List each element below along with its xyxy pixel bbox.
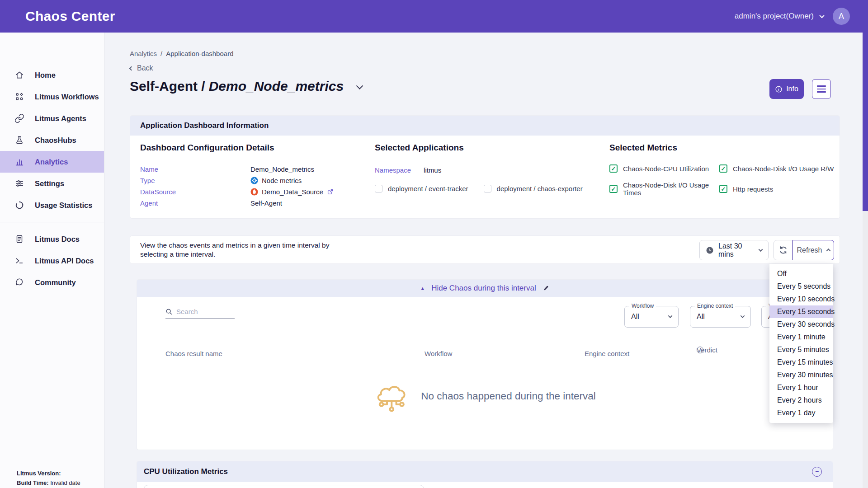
dashboard-info-panel: Application Dashboard Information Dashbo… — [130, 115, 840, 219]
empty-state: No chaos happened during the interval — [137, 380, 833, 413]
breadcrumb: Analytics / Application-dashboard — [130, 50, 233, 57]
engine-context-filter-select[interactable]: Engine context All — [690, 306, 751, 328]
node-metrics-icon — [250, 177, 258, 184]
sidebar-item-label: Litmus API Docs — [35, 257, 94, 265]
project-switcher[interactable]: admin's project(Owner) — [735, 12, 824, 21]
sidebar-item-usage-statistics[interactable]: Usage Statistics — [0, 194, 104, 216]
flask-icon — [14, 135, 25, 145]
sidebar-item-litmus-agents[interactable]: Litmus Agents — [0, 108, 104, 129]
workflows-icon — [14, 91, 25, 102]
checkbox-unchecked[interactable] — [484, 185, 491, 192]
sidebar-item-label: Home — [35, 71, 56, 80]
checkbox-checked[interactable]: ✓ — [719, 164, 727, 173]
metric-checkbox-http: ✓ Http requests — [719, 181, 834, 197]
sidebar-item-litmus-docs[interactable]: Litmus Docs — [0, 228, 104, 250]
chevron-down-icon — [819, 13, 824, 18]
workflow-filter-select[interactable]: Workflow All — [624, 306, 679, 328]
search-icon — [165, 308, 173, 315]
sidebar-item-label: ChaosHubs — [35, 136, 76, 145]
chaos-events-panel: ▲ Hide Chaos during this interval Workfl… — [137, 279, 833, 450]
menu-item-every-30-seconds[interactable]: Every 30 seconds — [769, 318, 833, 331]
menu-item-every-1-minute[interactable]: Every 1 minute — [769, 331, 833, 343]
chevron-down-icon — [759, 247, 763, 252]
sidebar-item-chaoshubs[interactable]: ChaosHubs — [0, 129, 104, 151]
menu-item-every-5-minutes[interactable]: Every 5 minutes — [769, 343, 833, 356]
checkbox-checked[interactable]: ✓ — [719, 185, 727, 193]
menu-item-every-10-seconds[interactable]: Every 10 seconds — [769, 293, 833, 305]
info-icon — [775, 85, 783, 93]
time-range-select[interactable]: Last 30 mins — [699, 240, 769, 260]
main-content: Analytics / Application-dashboard Back S… — [104, 33, 868, 488]
back-button[interactable]: Back — [130, 64, 153, 72]
sidebar-item-label: Litmus Agents — [35, 114, 86, 123]
dashboard-name: Demo_Node_metrics — [209, 79, 344, 94]
refresh-now-button[interactable] — [774, 240, 793, 260]
config-section-title: Dashboard Configuration Details — [140, 143, 334, 153]
loader-circle-icon — [14, 200, 25, 211]
chaos-cloud-icon — [374, 380, 411, 413]
home-icon — [14, 70, 25, 80]
menu-item-every-1-day[interactable]: Every 1 day — [769, 407, 833, 419]
title-dropdown-chevron-icon[interactable] — [356, 82, 363, 89]
sidebar-item-community[interactable]: Community — [0, 272, 104, 293]
hamburger-icon — [817, 85, 826, 86]
sidebar-item-label: Settings — [35, 179, 64, 188]
bar-chart-icon — [14, 156, 25, 167]
prometheus-icon — [250, 188, 258, 196]
edit-pencil-icon[interactable] — [542, 285, 550, 292]
sidebar-item-litmus-workflows[interactable]: Litmus Workflows — [0, 86, 104, 108]
metric-checkbox-disk-times: ✓ Chaos-Node-Disk I/O Usage Times — [609, 181, 719, 197]
column-engine-context: Engine context — [585, 350, 629, 357]
project-name: admin's project(Owner) — [735, 12, 814, 21]
collapse-minus-button[interactable]: − — [812, 467, 822, 477]
app-title: Chaos Center — [25, 9, 115, 24]
avatar[interactable]: A — [833, 8, 850, 25]
verdict-info-icon[interactable]: i — [697, 347, 703, 353]
menu-item-every-15-minutes[interactable]: Every 15 minutes — [769, 356, 833, 369]
collapse-caret-icon[interactable]: ▲ — [420, 286, 425, 291]
scrollbar-thumb[interactable] — [863, 33, 868, 211]
info-button[interactable]: Info — [769, 79, 804, 99]
panel-title: Application Dashboard Information — [140, 121, 269, 130]
chat-icon — [14, 277, 25, 288]
table-header-row: Chaos result name Workflow Engine contex… — [137, 350, 833, 359]
agent-name: Self-Agent / — [130, 79, 205, 94]
menu-item-every-15-seconds[interactable]: Every 15 seconds — [769, 305, 833, 318]
refresh-icon — [778, 245, 788, 255]
sidebar-item-home[interactable]: Home — [0, 64, 104, 86]
search-field — [165, 308, 235, 319]
column-workflow: Workflow — [425, 350, 452, 357]
sidebar-item-litmus-api-docs[interactable]: Litmus API Docs — [0, 250, 104, 272]
metric-checkbox-cpu: ✓ Chaos-Node-CPU Utilization — [609, 164, 719, 173]
sidebar-item-label: Litmus Workflows — [35, 93, 99, 101]
menu-item-off[interactable]: Off — [769, 267, 833, 280]
sidebar-item-analytics[interactable]: Analytics — [0, 151, 104, 173]
menu-item-every-5-seconds[interactable]: Every 5 seconds — [769, 280, 833, 293]
sidebar-item-settings[interactable]: Settings — [0, 173, 104, 194]
interval-description: View the chaos events and metrics in a g… — [140, 241, 357, 259]
hide-chaos-toggle[interactable]: Hide Chaos during this interval — [431, 284, 536, 293]
options-menu-button[interactable] — [812, 79, 831, 99]
refresh-rate-button[interactable]: Refresh — [793, 240, 834, 260]
checkbox-unchecked[interactable] — [375, 185, 382, 192]
external-link-icon[interactable] — [327, 188, 334, 195]
breadcrumb-analytics[interactable]: Analytics — [130, 50, 157, 57]
menu-item-every-1-hour[interactable]: Every 1 hour — [769, 381, 833, 394]
top-bar: Chaos Center admin's project(Owner) A — [0, 0, 868, 33]
config-row-agent: Agent Self-Agent — [140, 197, 334, 209]
sidebar: Home Litmus Workflows Litmus Agents Chao… — [0, 33, 104, 488]
checkbox-checked[interactable]: ✓ — [609, 185, 618, 193]
menu-item-every-30-minutes[interactable]: Every 30 minutes — [769, 369, 833, 381]
version-info: Litmus Version: Build Time: Invalid date — [17, 469, 80, 488]
cpu-section-title: CPU Utilization Metrics — [144, 467, 228, 476]
checkbox-checked[interactable]: ✓ — [609, 164, 618, 173]
application-checkbox-event-tracker: deployment / event-tracker — [375, 185, 468, 192]
menu-item-every-2-hours[interactable]: Every 2 hours — [769, 394, 833, 407]
metrics-section-title: Selected Metrics — [609, 143, 834, 153]
chevron-up-icon — [826, 249, 830, 253]
search-input[interactable] — [176, 308, 227, 315]
clock-icon — [706, 246, 714, 254]
column-chaos-result-name: Chaos result name — [165, 350, 222, 357]
cpu-chart-placeholder — [144, 485, 424, 488]
page-scrollbar — [863, 33, 868, 488]
